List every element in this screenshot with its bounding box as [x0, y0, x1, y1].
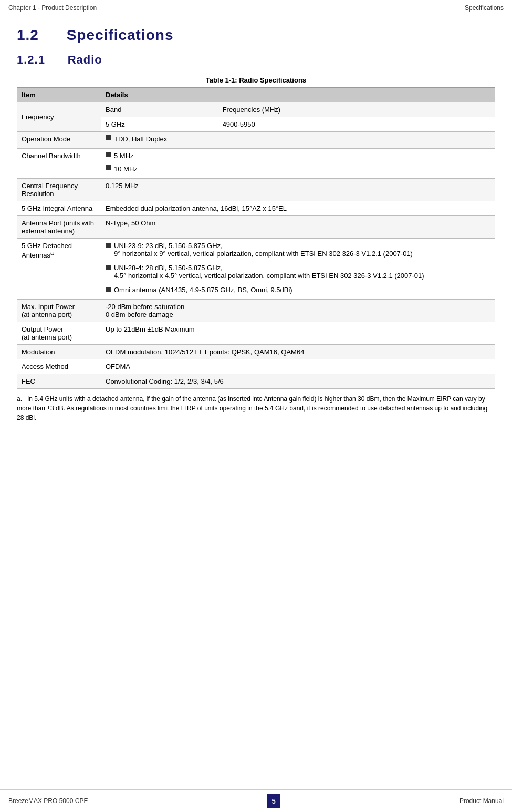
item-access-method: Access Method [17, 359, 101, 374]
item-modulation: Modulation [17, 345, 101, 359]
col-header-item: Item [17, 88, 101, 102]
value-4900: 4900-5950 [218, 117, 495, 132]
footer-left: BreezeMAX PRO 5000 CPE [8, 797, 88, 805]
detail-fec: Convolutional Coding: 1/2, 2/3, 3/4, 5/6 [101, 374, 495, 389]
table-row: Modulation OFDM modulation, 1024/512 FFT… [17, 345, 495, 359]
section-title: 1.2 Specifications [17, 27, 495, 44]
detail-antenna-port: N-Type, 50 Ohm [101, 216, 495, 239]
item-central-freq: Central Frequency Resolution [17, 179, 101, 201]
bullet-icon [106, 265, 111, 270]
item-frequency: Frequency [17, 102, 101, 132]
item-operation-mode: Operation Mode [17, 132, 101, 149]
bullet-icon [106, 165, 111, 170]
page-footer: BreezeMAX PRO 5000 CPE 5 Product Manual [0, 789, 512, 812]
page-number: 5 [267, 794, 280, 808]
table-row: Channel Bandwidth 5 MHz 10 MHz [17, 149, 495, 179]
subsection-title: 1.2.1 Radio [17, 53, 495, 67]
item-fec: FEC [17, 374, 101, 389]
detail-modulation: OFDM modulation, 1024/512 FFT points: QP… [101, 345, 495, 359]
detail-integral-antenna: Embedded dual polarization antenna, 16dB… [101, 201, 495, 216]
table-row: Central Frequency Resolution 0.125 MHz [17, 179, 495, 201]
col-header-details: Details [101, 88, 495, 102]
header-right: Specifications [465, 4, 504, 12]
detail-access-method: OFDMA [101, 359, 495, 374]
item-channel-bw: Channel Bandwidth [17, 149, 101, 179]
detail-5ghz: 5 GHz [101, 117, 218, 132]
radio-specs-table: Item Details Frequency Band Frequencies … [17, 87, 495, 389]
table-caption: Table 1-1: Radio Specifications [17, 76, 495, 84]
bullet-icon [106, 243, 111, 248]
item-antenna-port: Antenna Port (units with external antenn… [17, 216, 101, 239]
table-row: 5 GHz Detached Antennasa UNI-23-9: 23 dB… [17, 239, 495, 300]
item-max-input-power: Max. Input Power(at antenna port) [17, 300, 101, 322]
value-frequencies: Frequencies (MHz) [218, 102, 495, 117]
footnote-text: In 5.4 GHz units with a detached antenna… [17, 395, 487, 422]
detail-max-input-power: -20 dBm before saturation0 dBm before da… [101, 300, 495, 322]
item-detached-antenna: 5 GHz Detached Antennasa [17, 239, 101, 300]
header-left: Chapter 1 - Product Description [8, 4, 97, 12]
table-row: Output Power(at antenna port) Up to 21dB… [17, 322, 495, 345]
footer-right: Product Manual [459, 797, 504, 805]
page-header: Chapter 1 - Product Description Specific… [0, 0, 512, 16]
table-row: Max. Input Power(at antenna port) -20 dB… [17, 300, 495, 322]
detail-band: Band [101, 102, 218, 117]
bullet-icon [106, 135, 111, 140]
detail-detached-antenna: UNI-23-9: 23 dBi, 5.150-5.875 GHz,9° hor… [101, 239, 495, 300]
detail-channel-bw: 5 MHz 10 MHz [101, 149, 495, 179]
bullet-icon [106, 152, 111, 157]
footnote-label: a. [17, 395, 26, 403]
item-output-power: Output Power(at antenna port) [17, 322, 101, 345]
table-row: FEC Convolutional Coding: 1/2, 2/3, 3/4,… [17, 374, 495, 389]
detail-output-power: Up to 21dBm ±1dB Maximum [101, 322, 495, 345]
footnote: a. In 5.4 GHz units with a detached ante… [17, 394, 495, 423]
detail-central-freq: 0.125 MHz [101, 179, 495, 201]
bullet-icon [106, 287, 111, 292]
item-integral-antenna: 5 GHz Integral Antenna [17, 201, 101, 216]
table-row: Frequency Band Frequencies (MHz) [17, 102, 495, 117]
page-content: 1.2 Specifications 1.2.1 Radio Table 1-1… [0, 16, 512, 465]
table-row: 5 GHz Integral Antenna Embedded dual pol… [17, 201, 495, 216]
table-row: Access Method OFDMA [17, 359, 495, 374]
table-row: Operation Mode TDD, Half Duplex [17, 132, 495, 149]
detail-operation-mode: TDD, Half Duplex [101, 132, 495, 149]
table-row: Antenna Port (units with external antenn… [17, 216, 495, 239]
